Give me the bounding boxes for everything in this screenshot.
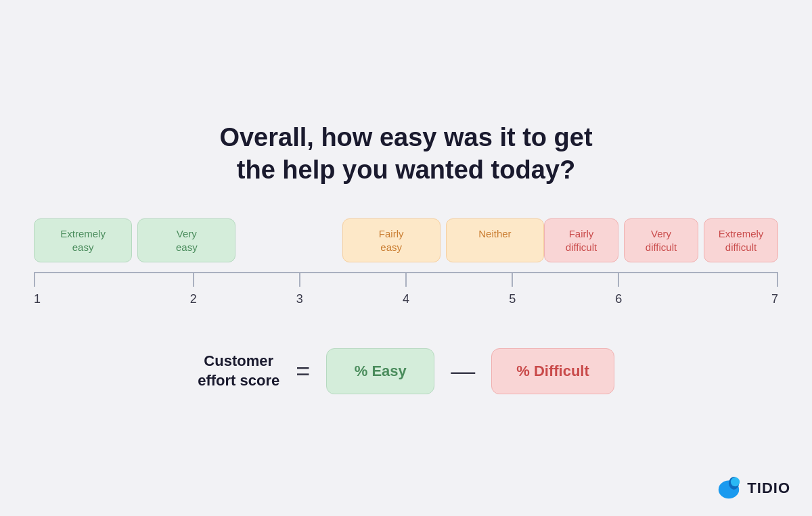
label-very-easy[interactable]: Veryeasy <box>137 218 235 262</box>
tick-number-3: 3 <box>296 292 303 306</box>
tick-number-5: 5 <box>509 292 516 306</box>
tick-line-1 <box>34 273 35 287</box>
formula-section: Customereffort score = % Easy — % Diffic… <box>198 348 614 394</box>
label-fairly-difficult[interactable]: Fairlydifficult <box>544 218 618 262</box>
labels-row: Extremelyeasy Veryeasy Fairlyeasy Neithe… <box>34 218 778 262</box>
tick-line-5 <box>512 273 513 287</box>
tick-line-3 <box>299 273 300 287</box>
number-row: 1 2 3 4 5 <box>34 273 778 306</box>
equals-sign: = <box>296 357 310 385</box>
label-fairly-easy[interactable]: Fairlyeasy <box>342 218 441 262</box>
tick-number-7: 7 <box>771 292 778 306</box>
axis-line <box>34 272 778 273</box>
tidio-label: TIDIO <box>747 479 790 497</box>
tick-7: 7 <box>672 273 778 306</box>
scale-section: Extremelyeasy Veryeasy Fairlyeasy Neithe… <box>34 218 778 306</box>
label-extremely-difficult[interactable]: Extremelydifficult <box>704 218 778 262</box>
green-label-group: Extremelyeasy Veryeasy <box>34 218 235 262</box>
label-very-difficult[interactable]: Verydifficult <box>624 218 698 262</box>
formula-easy-box[interactable]: % Easy <box>326 348 434 394</box>
tick-2: 2 <box>140 273 246 306</box>
orange-label-group: Fairlyeasy Neither <box>342 218 544 262</box>
tidio-brand: TIDIO <box>716 475 790 501</box>
tick-number-6: 6 <box>615 292 622 306</box>
tick-line-6 <box>618 273 619 287</box>
label-extremely-easy[interactable]: Extremelyeasy <box>34 218 132 262</box>
tick-line-7 <box>777 273 778 287</box>
main-container: Overall, how easy was it to get the help… <box>34 122 778 394</box>
tick-line-4 <box>405 273 407 287</box>
tick-1: 1 <box>34 273 140 306</box>
red-label-group: Fairlydifficult Verydifficult Extremelyd… <box>544 218 778 262</box>
tick-number-2: 2 <box>190 292 197 306</box>
tick-line-2 <box>193 273 194 287</box>
minus-sign: — <box>451 357 475 385</box>
scale-axis: 1 2 3 4 5 <box>34 272 778 306</box>
formula-difficult-box[interactable]: % Difficult <box>491 348 614 394</box>
formula-label: Customereffort score <box>198 352 279 390</box>
tick-3: 3 <box>246 273 353 306</box>
tidio-icon <box>716 475 742 501</box>
survey-title: Overall, how easy was it to get the help… <box>219 122 592 186</box>
tick-5: 5 <box>459 273 566 306</box>
tick-number-1: 1 <box>34 292 41 306</box>
tick-6: 6 <box>566 273 672 306</box>
tick-number-4: 4 <box>403 292 409 306</box>
label-neither[interactable]: Neither <box>446 218 544 262</box>
tick-4: 4 <box>353 273 459 306</box>
svg-point-2 <box>731 477 740 486</box>
